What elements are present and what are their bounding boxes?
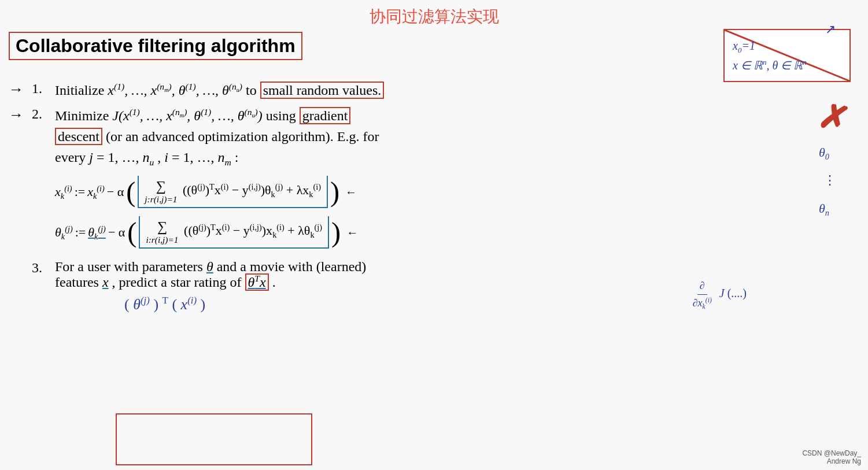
step1-initialize: Initialize [55,83,108,98]
credits-line1: CSDN @NewDay_ [802,449,861,457]
f2-sigma: ∑ i:r(i,j)=1 [146,219,178,245]
f2-sum-expr: ∑ i:r(i,j)=1 ((θ(j))Tx(i) − y(i,j))xk(i)… [146,219,322,245]
step2-body: Minimize J(x(1), …, x(nm), θ(1), …, θ(nu… [55,105,726,168]
f2-assign: := [75,225,86,240]
formula1-row: xk(i) := xk(i) − α ( ∑ j:r(i,j)=1 ((θ(j)… [55,176,726,208]
hw-x: x(i) [181,296,201,313]
annotation-x0: x0=1 [733,39,755,52]
step3-predict-box: θTx [245,273,269,291]
step2-descent-box: descent [55,128,102,145]
step-1-row: → 1. Initialize x(1), …, x(nm), θ(1), …,… [9,80,726,101]
hw-lparen: ( [124,296,130,313]
step3-body: For a user with parameters θ and a movie… [55,259,366,290]
hw-T: T [162,296,168,313]
step3-indent-space [9,259,32,276]
credits: CSDN @NewDay_ Andrew Ng [802,449,861,465]
hw-lparen2: ( [172,296,177,313]
step3-for: For a user with parameters [55,259,206,274]
annotation-line2: x ∈ ℝn, θ ∈ ℝn [733,55,841,75]
f1-sum-box: ∑ j:r(i,j)=1 ((θ(j))Tx(i) − y(i,j))θk(j)… [138,176,328,208]
f1-inner: ((θ(j))Tx(i) − y(i,j))θk(j) + λxk(i) [183,183,321,197]
step2-minimize: Minimize [55,108,112,123]
step1-small-random-box: small random values. [260,82,385,99]
annotation-box-top: x0=1 x ∈ ℝn, θ ∈ ℝn ↗ [723,29,851,82]
step2-nu: nu [143,150,154,165]
step3-predict-prefix: , predict a star rating of [112,275,245,290]
step3-row: 3. For a user with parameters θ and a mo… [9,259,726,290]
step-2-row: → 2. Minimize J(x(1), …, x(nm), θ(1), …,… [9,105,726,168]
f2-rparen: ) [331,219,341,246]
partial-args: (....) [727,287,747,299]
step3-x: x [102,275,109,290]
hw-theta: θ(j) [133,296,153,313]
formula1-container: xk(i) := xk(i) − α ( ∑ j:r(i,j)=1 ((θ(j)… [55,176,726,208]
f2-sigma-under: i:r(i,j)=1 [146,235,178,245]
step2-using: using [266,108,300,123]
f2-minus: − α [108,225,125,240]
theta-1: θ0 [819,139,836,166]
title-text: Collaborative filtering algorithm [16,35,296,56]
hw-rparen: ) [153,296,158,313]
step2-arrow: → [9,105,32,124]
step3-section: 3. For a user with parameters θ and a mo… [9,259,726,313]
step2-every: every [55,150,89,165]
content-area: Collaborative filtering algorithm → 1. I… [9,32,726,313]
step1-to: to [246,83,260,98]
f1-arrow-annotation: ← [345,186,357,199]
annotation-x-set: x ∈ ℝn, θ ∈ ℝn [733,59,807,72]
title-section: Collaborative filtering algorithm [9,32,726,71]
f2-sum-box: ∑ i:r(i,j)=1 ((θ(j))Tx(i) − y(i,j))xk(i)… [139,216,329,249]
step2-vars: j [89,150,93,165]
step1-arrow: → [9,80,32,98]
f2-inner: ((θ(j))Tx(i) − y(i,j))xk(i) + λθk(j) [184,223,322,238]
f1-rparen: ) [330,178,339,206]
f1-sigma-under: j:r(i,j)=1 [145,194,177,205]
step3-num: 3. [32,259,55,276]
step3-and: and a movie with (learned) [217,259,367,274]
step3-theta: θ [206,259,213,274]
step1-math: x(1), …, x(nm), θ(1), …, θ(nu) [108,83,246,98]
f2-sigma-sym: ∑ [157,219,167,235]
f1-lhs: xk(i) [55,184,72,199]
step2-eq2: = 1, …, [172,150,218,165]
step2-gradient-box: gradient [300,107,351,124]
credits-line2: Andrew Ng [802,457,861,465]
formula2-row: θk(j) := θk(j) − α ( ∑ i:r(i,j)=1 ((θ(j)… [55,216,726,249]
theta-annotations: θ0 ⋮ θn [819,139,836,223]
step3-features: features [55,275,102,290]
step3-formula-box [116,413,312,465]
step3-handwritten-formula: ( θ(j) ) T ( x(i) ) [124,296,726,313]
step2-nm: nm [218,150,231,165]
hw-rparen2: ) [201,296,206,313]
step2-num: 2. [32,105,55,122]
formula2-container: θk(j) := θk(j) − α ( ∑ i:r(i,j)=1 ((θ(j)… [55,216,726,249]
title-box: Collaborative filtering algorithm [9,32,302,60]
step2-comma: , [157,150,164,165]
arrow-up-right: ↗ [825,18,836,40]
step2-rest: (or an advanced optimization algorithm).… [106,129,379,144]
theta-dots: ⋮ [823,166,836,194]
step1-body: Initialize x(1), …, x(nm), θ(1), …, θ(nu… [55,80,726,101]
f2-thetakj: θk(j) [88,225,106,240]
main-container: 协同过滤算法实现 x0=1 x ∈ ℝn, θ ∈ ℝn ↗ ✗ θ0 ⋮ θn… [0,0,868,470]
f1-sigma: ∑ j:r(i,j)=1 [145,178,177,205]
red-cross-mark: ✗ [815,98,852,139]
annotation-content: x0=1 x ∈ ℝn, θ ∈ ℝn ↗ [733,36,841,75]
theta-n: θn [819,195,836,223]
chinese-title-text: 协同过滤算法实现 [370,8,499,25]
step1-num: 1. [32,80,55,97]
step2-colon: : [235,150,239,165]
f2-lhs: θk(j) [55,225,73,240]
step2-i: i [164,150,168,165]
step2-eq1: = 1, …, [97,150,143,165]
f1-assign: := [75,184,86,199]
f1-xki: xk(i) [87,184,105,199]
step3-period: . [272,275,276,290]
f2-arrow-annotation: ← [346,226,358,239]
f1-minus: − α [107,184,124,199]
f1-sum-expr: ∑ j:r(i,j)=1 ((θ(j))Tx(i) − y(i,j))θk(j)… [145,178,321,205]
f2-lparen: ( [127,219,136,246]
chinese-title: 协同过滤算法实现 [0,6,868,28]
f1-lparen: ( [126,178,135,206]
step2-math: J(x(1), …, x(nm), θ(1), …, θ(nu)) [112,108,265,123]
